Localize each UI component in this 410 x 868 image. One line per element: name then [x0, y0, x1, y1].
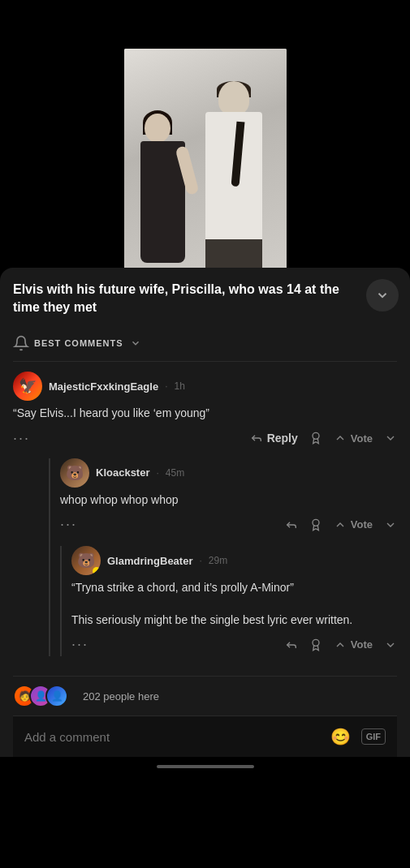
chevron-down-icon [375, 288, 390, 303]
bell-icon [13, 335, 29, 351]
upvote-button[interactable]: Vote [334, 432, 373, 445]
comment-text: “Tryna strike a chord, and it’s prolly A… [71, 580, 397, 628]
username: GlamdringBeater [107, 555, 192, 567]
reply-icon-button[interactable] [285, 518, 298, 531]
post-image [0, 0, 410, 276]
scroll-down-button[interactable] [366, 279, 399, 312]
avatar: 🐻 [60, 458, 89, 488]
content-card: Elvis with his future wife, Priscilla, w… [0, 268, 410, 757]
chevron-down-icon [130, 337, 141, 349]
comment-text: whop whop whop whop [60, 492, 397, 509]
award-button[interactable] [309, 638, 322, 651]
vote-label: Vote [351, 432, 373, 445]
reply-icon [250, 432, 263, 445]
comment-input-bar: 😊 GIF [13, 715, 397, 757]
upvote-button[interactable]: Vote [334, 518, 373, 531]
comment-header: 🐻 Kloackster · 45m [60, 458, 397, 488]
emoji-button[interactable]: 😊 [329, 724, 353, 749]
svg-point-2 [313, 639, 319, 646]
downvote-button[interactable] [384, 518, 397, 531]
reply-icon [285, 518, 298, 531]
comment-header: 🦅 MajesticFxxkingEagle · 1h [13, 372, 397, 401]
vote-label: Vote [351, 638, 373, 651]
comment-actions: ··· Reply Vote [13, 427, 397, 450]
home-bar [157, 765, 254, 768]
award-icon [309, 432, 322, 445]
downvote-icon [384, 638, 397, 651]
nested-comment: 🐻 Kloackster · 45m whop whop whop whop ·… [49, 458, 397, 656]
downvote-icon [384, 518, 397, 531]
username: Kloackster [96, 466, 149, 479]
time-ago: 1h [174, 380, 184, 392]
avatar: 🐻 [71, 546, 101, 575]
comment-input[interactable] [24, 730, 321, 744]
comments-section: 🦅 MajesticFxxkingEagle · 1h “Say Elvis..… [13, 362, 397, 676]
award-button[interactable] [309, 518, 322, 531]
post-title: Elvis with his future wife, Priscilla, w… [13, 281, 397, 316]
upvote-button[interactable]: Vote [334, 638, 373, 651]
svg-point-1 [313, 519, 319, 526]
more-options-button[interactable]: ··· [13, 430, 30, 447]
upvote-icon [334, 638, 347, 651]
people-avatars: 🧑 👤 👤 [13, 685, 62, 707]
comment-header: 🐻 GlamdringBeater · 29m [71, 546, 397, 575]
award-button[interactable] [309, 432, 322, 445]
award-icon [309, 638, 322, 651]
username: MajesticFxxkingEagle [49, 380, 158, 393]
gif-button[interactable]: GIF [361, 728, 386, 745]
people-here-bar: 🧑 👤 👤 202 people here [13, 676, 397, 715]
time-ago: 29m [209, 555, 227, 566]
upvote-icon [334, 518, 347, 531]
more-options-button[interactable]: ··· [60, 516, 77, 533]
reply-label: Reply [267, 432, 298, 445]
more-options-button[interactable]: ··· [71, 636, 88, 653]
comment-text: “Say Elvis...I heard you like ‘em young” [13, 406, 397, 422]
best-comments-label: BEST COMMENTS [34, 338, 123, 348]
home-indicator [0, 757, 410, 773]
reply-icon [285, 638, 298, 651]
comment-actions: ··· Vote [60, 513, 397, 536]
vote-label: Vote [351, 518, 373, 531]
award-icon [309, 518, 322, 531]
downvote-button[interactable] [384, 638, 397, 651]
reply-button[interactable]: Reply [250, 432, 298, 445]
comment: 🦅 MajesticFxxkingEagle · 1h “Say Elvis..… [13, 372, 397, 656]
time-ago: 45m [166, 467, 184, 479]
comment-actions: ··· [71, 633, 397, 656]
avatar: 🦅 [13, 372, 42, 401]
svg-point-0 [313, 433, 319, 440]
people-count: 202 people here [83, 690, 159, 703]
nested-comment: 🐻 GlamdringBeater · 29m “Tryna strike a … [60, 546, 397, 656]
best-comments-bar[interactable]: BEST COMMENTS [13, 327, 397, 362]
downvote-button[interactable] [384, 432, 397, 445]
avatar-dot [93, 567, 101, 575]
reply-icon-button[interactable] [285, 638, 298, 651]
downvote-icon [384, 432, 397, 445]
upvote-icon [334, 432, 347, 445]
person-avatar: 👤 [45, 685, 68, 707]
